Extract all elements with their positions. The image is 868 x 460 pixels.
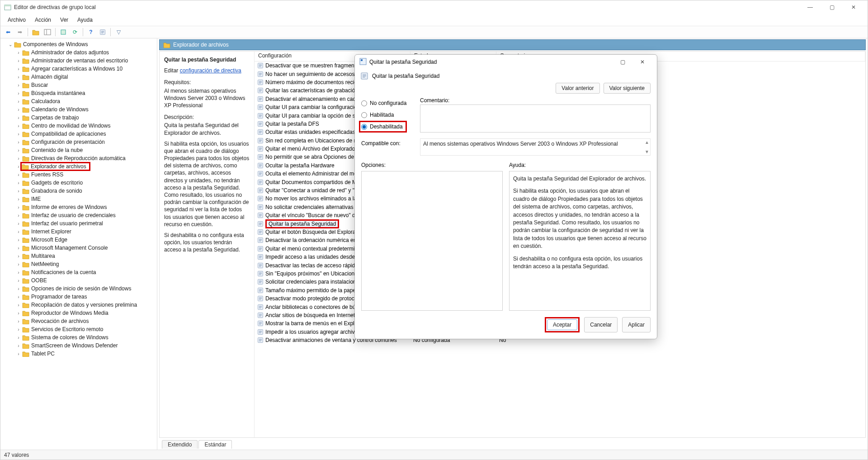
scroll-down-icon[interactable]: ▼ bbox=[645, 149, 649, 154]
radio-not-configured[interactable]: No configurada bbox=[361, 97, 411, 109]
expand-icon[interactable]: › bbox=[16, 262, 21, 267]
ok-button[interactable]: Aceptar bbox=[547, 319, 577, 330]
expand-icon[interactable]: › bbox=[16, 319, 21, 324]
expand-icon[interactable]: › bbox=[16, 303, 21, 308]
menu-archivo[interactable]: Archivo bbox=[4, 16, 29, 24]
up-button[interactable] bbox=[31, 27, 41, 37]
expand-icon[interactable]: › bbox=[16, 246, 21, 251]
expand-icon[interactable]: › bbox=[16, 58, 21, 63]
tree-item[interactable]: ›NetMeeting bbox=[0, 260, 157, 268]
help-button[interactable]: ? bbox=[86, 27, 96, 37]
tree-item[interactable]: ›Grabadora de sonido bbox=[0, 187, 157, 195]
tree-item[interactable]: ›Carpetas de trabajo bbox=[0, 114, 157, 122]
close-button[interactable]: ✕ bbox=[843, 1, 864, 14]
refresh-button[interactable]: ⟳ bbox=[70, 27, 80, 37]
tree-item[interactable]: ›Centro de movilidad de Windows bbox=[0, 122, 157, 130]
tree-item[interactable]: ›Recopilación de datos y versiones preli… bbox=[0, 301, 157, 309]
dialog-close-button[interactable]: ✕ bbox=[632, 56, 652, 68]
expand-icon[interactable]: › bbox=[16, 189, 21, 194]
filter-button[interactable]: ▽ bbox=[113, 27, 123, 37]
expand-icon[interactable]: › bbox=[16, 180, 21, 185]
menu-acción[interactable]: Acción bbox=[31, 16, 55, 24]
tree-item[interactable]: ›Explorador de archivos bbox=[0, 162, 157, 171]
expand-icon[interactable]: › bbox=[16, 132, 21, 137]
apply-button[interactable]: Aplicar bbox=[622, 317, 651, 332]
radio-enabled[interactable]: Habilitada bbox=[361, 109, 411, 121]
expand-icon[interactable]: › bbox=[16, 197, 21, 202]
expand-icon[interactable]: › bbox=[16, 343, 21, 348]
minimize-button[interactable]: — bbox=[800, 1, 821, 14]
expand-icon[interactable]: › bbox=[16, 148, 21, 153]
expand-icon[interactable]: › bbox=[16, 91, 21, 96]
tree-item[interactable]: ›Revocación de archivos bbox=[0, 317, 157, 325]
forward-button[interactable]: ➡ bbox=[15, 27, 25, 37]
collapse-icon[interactable]: ⌄ bbox=[8, 42, 13, 47]
previous-setting-button[interactable]: Valor anterior bbox=[556, 83, 599, 94]
tree-item[interactable]: ›Fuentes RSS bbox=[0, 171, 157, 179]
menu-ver[interactable]: Ver bbox=[57, 16, 72, 24]
expand-icon[interactable]: › bbox=[16, 205, 21, 210]
tab-extended[interactable]: Extendido bbox=[162, 440, 198, 449]
tree-item[interactable]: ›Calendario de Windows bbox=[0, 105, 157, 114]
expand-icon[interactable]: › bbox=[16, 123, 21, 128]
tree-item[interactable]: ›Administrador de datos adjuntos bbox=[0, 48, 157, 57]
properties-button[interactable] bbox=[98, 27, 108, 37]
tree-item[interactable]: ›Almacén digital bbox=[0, 73, 157, 81]
comment-textarea[interactable] bbox=[420, 104, 651, 133]
tree-item[interactable]: ›Programador de tareas bbox=[0, 293, 157, 301]
tree-item[interactable]: ›Directivas de Reproducción automática bbox=[0, 154, 157, 162]
tab-standard[interactable]: Estándar bbox=[198, 440, 232, 449]
tree-item[interactable]: ›Calculadora bbox=[0, 97, 157, 105]
show-hide-tree-button[interactable] bbox=[42, 27, 52, 37]
tree-item[interactable]: ›Sistema de colores de Windows bbox=[0, 333, 157, 341]
expand-icon[interactable]: › bbox=[16, 327, 21, 332]
tree-item[interactable]: ›Buscar bbox=[0, 81, 157, 89]
tree-item[interactable]: ›Interfaz de usuario de credenciales bbox=[0, 211, 157, 219]
expand-icon[interactable]: › bbox=[16, 229, 21, 234]
expand-icon[interactable]: › bbox=[16, 75, 21, 80]
tree-item[interactable]: ›Tablet PC bbox=[0, 350, 157, 358]
tree-item[interactable]: ›Interfaz del usuario perimetral bbox=[0, 219, 157, 228]
expand-icon[interactable]: › bbox=[16, 66, 21, 71]
expand-icon[interactable]: › bbox=[16, 221, 21, 226]
tree-item[interactable]: ›Microsoft Management Console bbox=[0, 244, 157, 252]
tree-item[interactable]: ›Opciones de inicio de sesión de Windows bbox=[0, 285, 157, 293]
expand-icon[interactable]: › bbox=[16, 351, 21, 356]
expand-icon[interactable]: › bbox=[16, 99, 21, 104]
tree-item[interactable]: ›IME bbox=[0, 195, 157, 203]
expand-icon[interactable]: › bbox=[16, 83, 21, 88]
tree-item[interactable]: ›Multitarea bbox=[0, 252, 157, 260]
expand-icon[interactable]: › bbox=[16, 335, 21, 340]
next-setting-button[interactable]: Valor siguiente bbox=[604, 83, 651, 94]
export-button[interactable] bbox=[58, 27, 68, 37]
dialog-maximize-button[interactable]: ▢ bbox=[613, 56, 632, 68]
expand-icon[interactable]: › bbox=[16, 156, 21, 161]
tree-item[interactable]: ›Contenido de la nube bbox=[0, 146, 157, 154]
radio-disabled[interactable]: Deshabilitada bbox=[361, 123, 403, 130]
expand-icon[interactable]: › bbox=[16, 311, 21, 316]
tree-item[interactable]: ›Informe de errores de Windows bbox=[0, 203, 157, 211]
expand-icon[interactable]: › bbox=[16, 50, 21, 55]
tree-item[interactable]: ›Servicios de Escritorio remoto bbox=[0, 325, 157, 333]
tree-item[interactable]: ›OOBE bbox=[0, 276, 157, 285]
tree-item[interactable]: ›Búsqueda instantánea bbox=[0, 89, 157, 97]
tree-pane[interactable]: ⌄ Componentes de Windows ›Administrador … bbox=[0, 38, 157, 450]
expand-icon[interactable]: › bbox=[16, 237, 21, 242]
expand-icon[interactable]: › bbox=[16, 270, 21, 275]
expand-icon[interactable]: › bbox=[16, 278, 21, 283]
tree-item[interactable]: ›Configuración de presentación bbox=[0, 138, 157, 146]
tree-item[interactable]: ›Gadgets de escritorio bbox=[0, 179, 157, 187]
expand-icon[interactable]: › bbox=[16, 286, 21, 291]
tree-item[interactable]: ›Administrador de ventanas del escritori… bbox=[0, 57, 157, 65]
tree-root[interactable]: ⌄ Componentes de Windows bbox=[0, 40, 157, 48]
expand-icon[interactable]: › bbox=[16, 172, 21, 177]
edit-policy-link[interactable]: configuración de directiva bbox=[180, 67, 241, 74]
expand-icon[interactable]: › bbox=[16, 140, 21, 145]
tree-item[interactable]: ›SmartScreen de Windows Defender bbox=[0, 341, 157, 350]
menu-ayuda[interactable]: Ayuda bbox=[74, 16, 96, 24]
expand-icon[interactable]: › bbox=[16, 254, 21, 259]
tree-item[interactable]: ›Compatibilidad de aplicaciones bbox=[0, 130, 157, 138]
tree-item[interactable]: ›Microsoft Edge bbox=[0, 236, 157, 244]
cancel-button[interactable]: Cancelar bbox=[584, 317, 618, 332]
expand-icon[interactable]: › bbox=[16, 115, 21, 120]
